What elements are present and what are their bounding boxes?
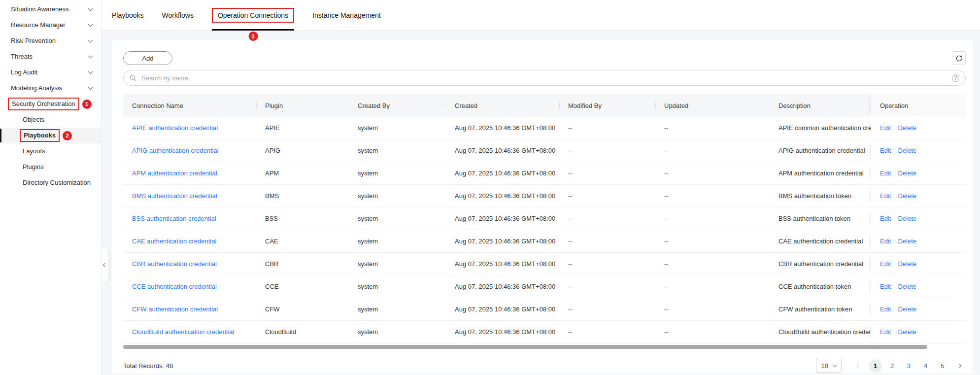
- table-row: CloudBuild authentication credentialClou…: [123, 321, 966, 343]
- sidebar-item-playbooks[interactable]: Playbooks2: [0, 128, 101, 143]
- sidebar-item-layouts[interactable]: Layouts: [0, 143, 101, 159]
- cell-updated: --: [655, 253, 770, 275]
- cell-created_by: system: [349, 298, 446, 320]
- connection-name-link[interactable]: CloudBuild authentication credential: [132, 328, 234, 336]
- page-size-value: 10: [821, 362, 828, 370]
- cell-created: Aug 07, 2025 10:46:36 GMT+08:00: [446, 162, 559, 184]
- sidebar-item-label: Risk Prevention: [11, 37, 56, 45]
- edit-link[interactable]: Edit: [880, 147, 891, 154]
- cell-created: Aug 07, 2025 10:46:36 GMT+08:00: [446, 298, 559, 320]
- connection-name-link[interactable]: CCE authentication credential: [132, 283, 217, 290]
- search-icon: [130, 74, 136, 81]
- annotation-badge-1: 1: [82, 100, 92, 109]
- prev-page-button[interactable]: [852, 359, 865, 373]
- cell-description: CFW authentication token: [770, 298, 871, 320]
- column-header-plugin: Plugin: [256, 94, 349, 117]
- chevron-down-icon: [85, 24, 92, 26]
- sidebar-item-risk-prevention[interactable]: Risk Prevention: [0, 33, 101, 49]
- cell-created: Aug 07, 2025 10:46:36 GMT+08:00: [446, 275, 559, 298]
- delete-link[interactable]: Delete: [898, 124, 916, 132]
- page-button-3[interactable]: 3: [902, 359, 915, 373]
- cell-modified_by: --: [559, 298, 655, 320]
- table-row: APIG authentication credentialAPIGsystem…: [123, 139, 966, 162]
- edit-link[interactable]: Edit: [880, 192, 891, 200]
- page-list: 12345: [865, 359, 949, 373]
- edit-link[interactable]: Edit: [880, 170, 891, 177]
- cell-updated: --: [655, 298, 770, 320]
- edit-link[interactable]: Edit: [880, 238, 891, 245]
- connection-name-link[interactable]: BSS authentication credential: [132, 215, 216, 222]
- page-button-5[interactable]: 5: [936, 359, 949, 373]
- refresh-icon: [955, 55, 963, 62]
- sidebar-item-resource-manager[interactable]: Resource Manager: [0, 17, 101, 33]
- connection-name-link[interactable]: APIE authentication credential: [132, 124, 218, 132]
- connection-name-link[interactable]: BMS authentication credential: [132, 192, 217, 200]
- connection-name-link[interactable]: CFW authentication credential: [132, 306, 218, 313]
- tab-bar: PlaybooksWorkflowsOperation Connections3…: [101, 0, 980, 31]
- cell-plugin: CAE: [256, 230, 349, 252]
- cell-updated: --: [655, 162, 770, 184]
- tab-workflows[interactable]: Workflows: [162, 0, 194, 30]
- connection-name-link[interactable]: CBR authentication credential: [132, 260, 217, 268]
- page-size-select[interactable]: 10: [816, 359, 842, 373]
- cell-created_by: system: [349, 207, 446, 230]
- horizontal-scrollbar-thumb[interactable]: [123, 345, 927, 349]
- edit-link[interactable]: Edit: [880, 260, 891, 268]
- delete-link[interactable]: Delete: [898, 238, 916, 245]
- cell-created_by: system: [349, 139, 446, 162]
- add-button[interactable]: Add: [123, 51, 172, 65]
- sidebar-item-log-audit[interactable]: Log Audit: [0, 65, 101, 80]
- edit-link[interactable]: Edit: [880, 306, 891, 313]
- column-header-connection-name: Connection Name: [123, 94, 256, 117]
- connection-name-link[interactable]: CAE authentication credential: [132, 238, 216, 245]
- sidebar-item-security-orchestration[interactable]: Security Orchestration1: [0, 96, 101, 112]
- tab-instance-management[interactable]: Instance Management: [312, 0, 381, 30]
- delete-link[interactable]: Delete: [898, 147, 916, 154]
- sidebar-item-plugins[interactable]: Plugins: [0, 159, 101, 175]
- delete-link[interactable]: Delete: [898, 306, 916, 313]
- page-button-1[interactable]: 1: [869, 359, 882, 373]
- chevron-left-icon: [856, 364, 860, 368]
- connection-name-link[interactable]: APM authentication credential: [132, 170, 217, 177]
- cell-operation: EditDelete: [871, 139, 966, 162]
- delete-link[interactable]: Delete: [898, 260, 916, 268]
- page-button-2[interactable]: 2: [885, 359, 899, 373]
- page-button-4[interactable]: 4: [919, 359, 932, 373]
- total-records: Total Records: 48: [123, 362, 173, 370]
- next-page-button[interactable]: [952, 359, 966, 373]
- table-row: CFW authentication credentialCFWsystemAu…: [123, 298, 966, 321]
- cell-created_by: system: [349, 321, 446, 343]
- cell-operation: EditDelete: [871, 207, 966, 230]
- tab-playbooks[interactable]: Playbooks: [112, 0, 144, 30]
- sidebar-item-modeling-analysis[interactable]: Modeling Analysis: [0, 80, 101, 96]
- cell-updated: --: [655, 230, 770, 252]
- refresh-button[interactable]: [952, 51, 966, 65]
- tab-operation-connections[interactable]: Operation Connections3: [212, 0, 294, 30]
- sidebar-item-situation-awareness[interactable]: Situation Awareness: [0, 1, 101, 17]
- sidebar-item-directory-customization[interactable]: Directory Customization: [0, 175, 101, 191]
- sidebar-item-label: Playbooks: [20, 129, 60, 142]
- edit-link[interactable]: Edit: [880, 283, 891, 290]
- cell-modified_by: --: [559, 117, 655, 139]
- edit-link[interactable]: Edit: [880, 328, 891, 336]
- edit-link[interactable]: Edit: [880, 124, 891, 132]
- delete-link[interactable]: Delete: [898, 328, 916, 336]
- sidebar-item-objects[interactable]: Objects: [0, 112, 101, 128]
- chevron-right-icon: [957, 364, 961, 368]
- sidebar-collapse-handle[interactable]: [101, 247, 109, 283]
- cell-created: Aug 07, 2025 10:46:36 GMT+08:00: [446, 139, 559, 162]
- connection-name-link[interactable]: APIG authentication credential: [132, 147, 219, 154]
- column-header-created-by: Created By: [349, 94, 446, 117]
- cell-name: APIE authentication credential: [123, 117, 256, 139]
- cell-plugin: CFW: [256, 298, 349, 320]
- search-input[interactable]: [140, 74, 948, 82]
- help-icon[interactable]: ?: [952, 74, 959, 82]
- delete-link[interactable]: Delete: [898, 192, 916, 200]
- delete-link[interactable]: Delete: [898, 215, 916, 222]
- delete-link[interactable]: Delete: [898, 170, 916, 177]
- delete-link[interactable]: Delete: [898, 283, 916, 290]
- tab-label: Playbooks: [112, 8, 144, 22]
- edit-link[interactable]: Edit: [880, 215, 891, 222]
- sidebar-item-threats[interactable]: Threats: [0, 49, 101, 65]
- cell-description: BMS authentication token: [770, 185, 871, 207]
